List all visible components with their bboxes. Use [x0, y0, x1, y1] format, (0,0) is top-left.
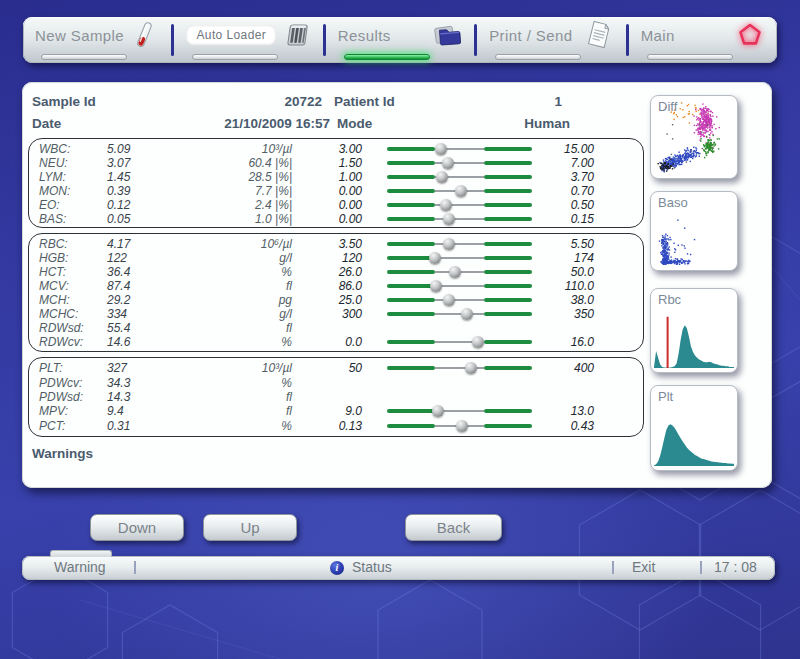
param-unit: g/l [190, 308, 292, 320]
param-value: 0.31 [107, 420, 190, 432]
button-label: Down [118, 519, 156, 536]
button-label: Back [437, 519, 470, 536]
range-slider[interactable] [362, 404, 542, 418]
slider-knob[interactable] [443, 238, 455, 250]
info-icon: i [330, 561, 344, 575]
date-value: 21/10/2009 16:57 [172, 116, 330, 131]
range-slider[interactable] [362, 170, 542, 184]
param-row: BAS:0.051.0 |%|0.00 0.15 [29, 212, 643, 226]
thumbnail-baso[interactable]: Baso [650, 191, 738, 271]
param-row: RDWsd:55.4fl [29, 321, 643, 335]
range-slider[interactable] [362, 335, 542, 349]
slider-track-gray [435, 313, 484, 315]
slider-track-green [484, 189, 532, 193]
range-slider[interactable] [362, 212, 542, 226]
document-icon [584, 19, 614, 51]
slider-knob[interactable] [440, 199, 452, 211]
thumbnail-label: Baso [658, 195, 688, 210]
warning-label[interactable]: Warning [54, 559, 106, 575]
slider-knob[interactable] [443, 213, 455, 225]
slider-knob[interactable] [461, 308, 473, 320]
param-value: 34.3 [107, 377, 190, 389]
slider-track-green [387, 189, 435, 193]
patient-id-value: 1 [422, 94, 562, 109]
param-unit: 10⁶/µl [190, 238, 292, 250]
param-unit: fl [190, 322, 292, 334]
slider-knob[interactable] [465, 362, 477, 374]
slider-knob[interactable] [449, 266, 461, 278]
range-high: 350 [542, 308, 594, 320]
range-slider[interactable] [362, 419, 542, 433]
slider-placeholder [362, 321, 542, 335]
thumbnail-rbc[interactable]: Rbc [650, 288, 738, 373]
slider-track-green [387, 256, 435, 260]
slider-knob[interactable] [429, 252, 441, 264]
range-slider[interactable] [362, 251, 542, 265]
slider-knob[interactable] [443, 294, 455, 306]
range-slider[interactable] [362, 361, 542, 375]
param-unit: 60.4 |%| [190, 157, 292, 169]
param-name: HCT: [29, 266, 107, 278]
param-row: PDWcv:34.3% [29, 376, 643, 390]
range-slider[interactable] [362, 279, 542, 293]
up-button[interactable]: Up [203, 514, 297, 541]
exit-button[interactable]: Exit [632, 559, 655, 575]
slider-track-green [484, 312, 532, 316]
slider-knob[interactable] [455, 185, 467, 197]
param-unit: 1.0 |%| [190, 213, 292, 225]
param-row: MPV:9.4fl9.0 13.0 [29, 404, 643, 418]
back-button[interactable]: Back [405, 514, 502, 541]
toolbar-item-print-send[interactable]: Print / Send [477, 17, 625, 63]
warning-tab[interactable] [50, 550, 112, 557]
slider-placeholder [362, 376, 542, 390]
slider-knob[interactable] [442, 157, 454, 169]
thumbnail-diff[interactable]: Diff [650, 95, 738, 179]
param-value: 36.4 [107, 266, 190, 278]
range-slider[interactable] [362, 184, 542, 198]
indicator-bar [495, 54, 581, 60]
param-unit: % [190, 420, 292, 432]
param-name: PDWcv: [29, 377, 107, 389]
down-button[interactable]: Down [90, 514, 184, 541]
param-name: MON: [29, 185, 107, 197]
param-unit: fl [190, 391, 292, 403]
toolbar-item-label: Main [641, 27, 675, 44]
param-unit: 10³/µl [190, 143, 292, 155]
param-name: LYM: [29, 171, 107, 183]
slider-track-green [387, 298, 435, 302]
range-high: 15.00 [542, 143, 594, 155]
toolbar-item-auto-loader[interactable]: Auto Loader [174, 17, 322, 63]
range-slider[interactable] [362, 198, 542, 212]
param-name: MCHC: [29, 308, 107, 320]
thumbnail-plt[interactable]: Plt [650, 385, 738, 471]
range-slider[interactable] [362, 237, 542, 251]
range-slider[interactable] [362, 265, 542, 279]
range-slider[interactable] [362, 307, 542, 321]
slider-track-green [484, 175, 532, 179]
slider-knob[interactable] [430, 280, 442, 292]
range-slider[interactable] [362, 156, 542, 170]
range-high: 0.43 [542, 420, 594, 432]
toolbar-item-main[interactable]: Main [629, 17, 777, 63]
param-row: MCHC:334g/l300 350 [29, 307, 643, 321]
param-name: PDWsd: [29, 391, 107, 403]
statusbar-divider [612, 561, 614, 574]
param-unit: 28.5 |%| [190, 171, 292, 183]
range-low: 0.13 [292, 420, 362, 432]
slider-knob[interactable] [472, 336, 484, 348]
range-slider[interactable] [362, 293, 542, 307]
slider-knob[interactable] [432, 405, 444, 417]
param-row: HGB:122g/l120 174 [29, 251, 643, 265]
slider-knob[interactable] [435, 143, 447, 155]
slider-track-green [484, 217, 532, 221]
toolbar-item-results[interactable]: Results [326, 17, 474, 63]
param-name: MPV: [29, 405, 107, 417]
slider-knob[interactable] [456, 420, 468, 432]
range-high: 0.50 [542, 199, 594, 211]
sample-id-label: Sample Id [32, 94, 96, 109]
param-value: 0.39 [107, 185, 190, 197]
slider-knob[interactable] [436, 171, 448, 183]
toolbar-item-new-sample[interactable]: New Sample [23, 17, 171, 63]
range-slider[interactable] [362, 142, 542, 156]
param-unit: 10³/µl [190, 362, 292, 374]
